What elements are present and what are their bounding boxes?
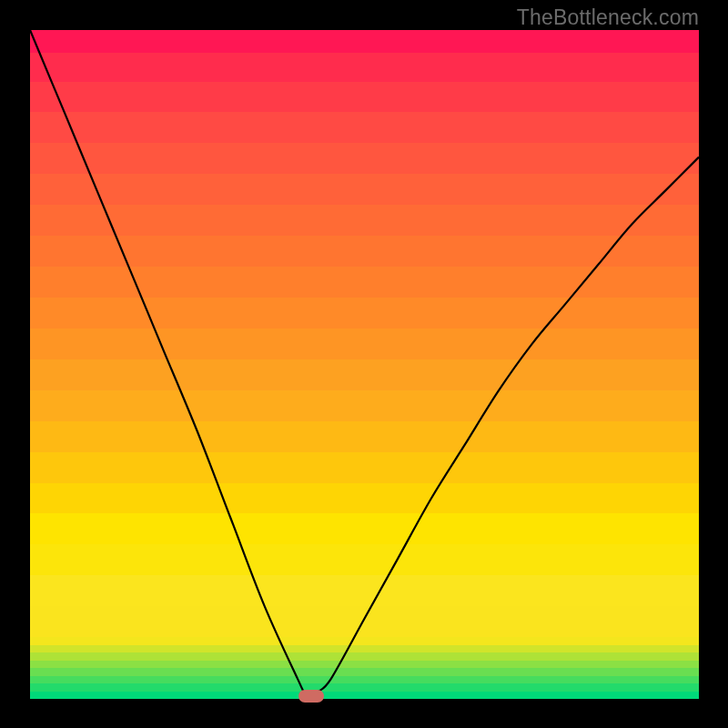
- chart-frame: TheBottleneck.com: [0, 0, 728, 728]
- bottleneck-curve: [30, 30, 699, 699]
- watermark-text: TheBottleneck.com: [517, 5, 699, 30]
- minimum-marker: [298, 690, 324, 703]
- curve-layer: [0, 0, 728, 728]
